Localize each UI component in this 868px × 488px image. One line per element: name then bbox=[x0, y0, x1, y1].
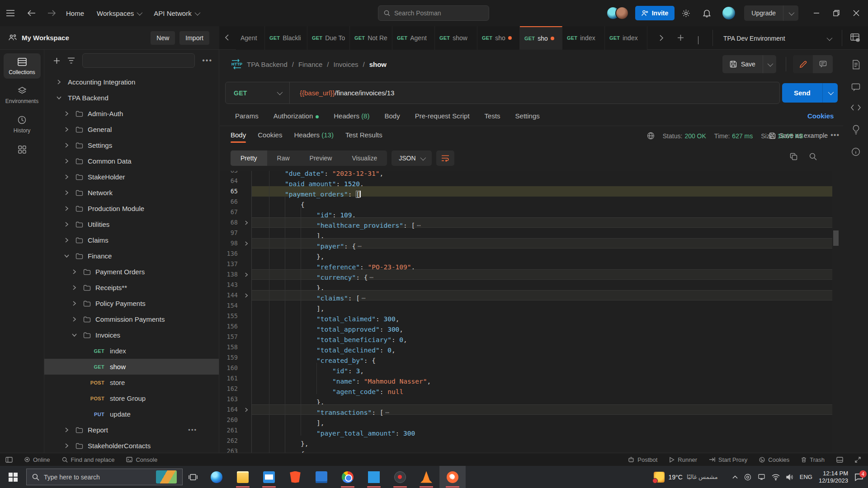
tree-folder-commission-payments[interactable]: Commission Payments bbox=[44, 311, 219, 327]
tree-folder-tpa-backend[interactable]: TPA Backend bbox=[44, 90, 219, 106]
sidebar-more-icon[interactable]: ••• bbox=[202, 56, 212, 65]
breadcrumb-collection[interactable]: TPA Backend bbox=[247, 61, 288, 68]
code-line-261[interactable]: 261"payer_total_amount": 300 bbox=[220, 425, 832, 436]
expand-icon[interactable] bbox=[855, 457, 861, 463]
view-preview[interactable]: Preview bbox=[300, 150, 342, 166]
code-line-163[interactable]: 163}, bbox=[220, 394, 832, 404]
tree-chevron-icon[interactable] bbox=[70, 285, 79, 291]
open-tab-index[interactable]: GETindex bbox=[562, 26, 605, 50]
open-tab-Due To[interactable]: GETDue To bbox=[307, 26, 350, 50]
find-and-replace[interactable]: Find and replace bbox=[62, 456, 115, 463]
open-tab-Agent[interactable]: Agent bbox=[236, 26, 265, 50]
notifications-bell-icon[interactable] bbox=[703, 9, 711, 18]
taskbar-app-edge[interactable] bbox=[203, 466, 230, 488]
forward-icon[interactable] bbox=[48, 10, 56, 16]
response-tab-body[interactable]: Body bbox=[231, 131, 246, 143]
tree-chevron-icon[interactable] bbox=[54, 79, 63, 85]
request-name[interactable]: show bbox=[369, 61, 387, 68]
online-status[interactable]: Online bbox=[24, 456, 50, 463]
tree-folder-accounting-integration[interactable]: Accounting Integration bbox=[44, 74, 219, 90]
environment-selector[interactable]: TPA Dev Environment bbox=[719, 31, 835, 46]
tree-folder-production-module[interactable]: Production Module bbox=[44, 201, 219, 216]
rail-collections[interactable]: Collections bbox=[4, 53, 41, 79]
taskbar-search[interactable] bbox=[26, 469, 183, 485]
taskbar-app-chrome[interactable] bbox=[335, 466, 361, 488]
invite-button[interactable]: Invite bbox=[635, 6, 675, 20]
code-snippet-icon[interactable] bbox=[850, 104, 861, 111]
code-line-67[interactable]: 67"id": 109, bbox=[220, 207, 832, 217]
taskbar-app-store[interactable] bbox=[308, 466, 335, 488]
code-line-262[interactable]: 262}, bbox=[220, 436, 832, 446]
console-toggle[interactable]: Console bbox=[126, 456, 157, 463]
code-line-66[interactable]: 66{ bbox=[220, 197, 832, 207]
nav-api-network[interactable]: API Network bbox=[154, 9, 198, 17]
taskbar-app-brave[interactable] bbox=[282, 466, 308, 488]
rail-more-grid-icon[interactable] bbox=[4, 141, 41, 159]
code-line-65[interactable]: 65"payment_orders": [ bbox=[220, 186, 832, 197]
tree-folder-utilities[interactable]: Utilities bbox=[44, 216, 219, 232]
url-input[interactable]: {{base_url}}/finance/invoices/13 bbox=[290, 89, 394, 97]
edit-pencil-button[interactable] bbox=[793, 55, 813, 73]
code-line-159[interactable]: 159"created_by": { bbox=[220, 352, 832, 363]
request-tab-authorization[interactable]: Authorization bbox=[274, 112, 319, 120]
code-line-157[interactable]: 157"total_beneficiary": 0, bbox=[220, 332, 832, 342]
sidebar-search-input[interactable] bbox=[83, 54, 194, 67]
filter-icon[interactable] bbox=[67, 57, 75, 64]
code-line-143[interactable]: 143}, bbox=[220, 280, 832, 290]
tree-request-show[interactable]: GETshow bbox=[44, 359, 219, 375]
rail-history[interactable]: History bbox=[4, 111, 41, 137]
code-line-63[interactable]: 63"due_date": "2023-12-31", bbox=[220, 171, 832, 176]
code-line-64[interactable]: 64"paid_amount": 1520, bbox=[220, 176, 832, 186]
cookies-link[interactable]: Cookies bbox=[807, 112, 834, 120]
user-avatar[interactable] bbox=[722, 6, 736, 20]
response-scrollbar[interactable] bbox=[833, 178, 839, 449]
code-line-162[interactable]: 162"agent_code": null bbox=[220, 384, 832, 394]
sidebar-search[interactable] bbox=[82, 53, 195, 68]
upgrade-dropdown[interactable] bbox=[783, 5, 798, 21]
request-tab-params[interactable]: Params bbox=[235, 112, 259, 120]
item-more-icon[interactable]: ••• bbox=[188, 427, 197, 433]
cookies-button[interactable]: Cookies bbox=[759, 456, 789, 463]
code-line-136[interactable]: 136}, bbox=[220, 249, 832, 259]
tree-folder-report[interactable]: Report••• bbox=[44, 422, 219, 438]
code-line-160[interactable]: 160"id": 3, bbox=[220, 363, 832, 373]
code-line-263[interactable]: 263{ bbox=[220, 446, 832, 453]
response-tab-cookies[interactable]: Cookies bbox=[258, 131, 282, 143]
taskbar-app-file-explorer[interactable] bbox=[230, 466, 256, 488]
response-more-icon[interactable]: ••• bbox=[830, 131, 840, 139]
taskbar-app-recorder[interactable] bbox=[387, 466, 413, 488]
trash-button[interactable]: Trash bbox=[801, 456, 825, 463]
tree-folder-receipts-[interactable]: Receipts** bbox=[44, 280, 219, 296]
tree-chevron-icon[interactable] bbox=[54, 95, 63, 101]
global-search[interactable] bbox=[378, 5, 489, 21]
response-tab-test-results[interactable]: Test Results bbox=[345, 131, 382, 143]
environment-quick-look-icon[interactable] bbox=[850, 33, 861, 42]
open-tab-sho[interactable]: GETsho bbox=[477, 26, 520, 50]
tree-folder-common-data[interactable]: Common Data bbox=[44, 153, 219, 169]
tree-chevron-icon[interactable] bbox=[62, 158, 71, 164]
taskbar-app-vlc[interactable] bbox=[413, 466, 439, 488]
back-icon[interactable] bbox=[27, 10, 35, 16]
sidebar-toggle-icon[interactable] bbox=[5, 457, 13, 463]
tree-chevron-icon[interactable] bbox=[62, 253, 71, 259]
tree-chevron-icon[interactable] bbox=[62, 190, 71, 196]
import-button[interactable]: Import bbox=[179, 31, 209, 45]
send-button[interactable]: Send bbox=[782, 83, 822, 103]
wrap-lines-button[interactable] bbox=[436, 150, 454, 166]
tree-chevron-icon[interactable] bbox=[70, 332, 79, 338]
save-dropdown-icon[interactable] bbox=[763, 55, 776, 73]
request-tab-settings[interactable]: Settings bbox=[515, 112, 540, 120]
volume-icon[interactable] bbox=[786, 474, 793, 480]
tree-chevron-icon[interactable] bbox=[62, 443, 71, 449]
tree-folder-invoices[interactable]: Invoices bbox=[44, 327, 219, 343]
tree-chevron-icon[interactable] bbox=[62, 127, 71, 132]
runner-button[interactable]: Runner bbox=[669, 456, 697, 463]
task-view-button[interactable] bbox=[183, 466, 203, 488]
code-line-260[interactable]: 260], bbox=[220, 415, 832, 425]
open-tab-Agent[interactable]: GETAgent bbox=[392, 26, 435, 50]
copy-icon[interactable] bbox=[790, 153, 797, 160]
request-tab-tests[interactable]: Tests bbox=[485, 112, 500, 120]
tree-chevron-icon[interactable] bbox=[62, 221, 71, 227]
tree-chevron-icon[interactable] bbox=[70, 316, 79, 322]
fold-chevron-icon[interactable] bbox=[241, 238, 251, 249]
